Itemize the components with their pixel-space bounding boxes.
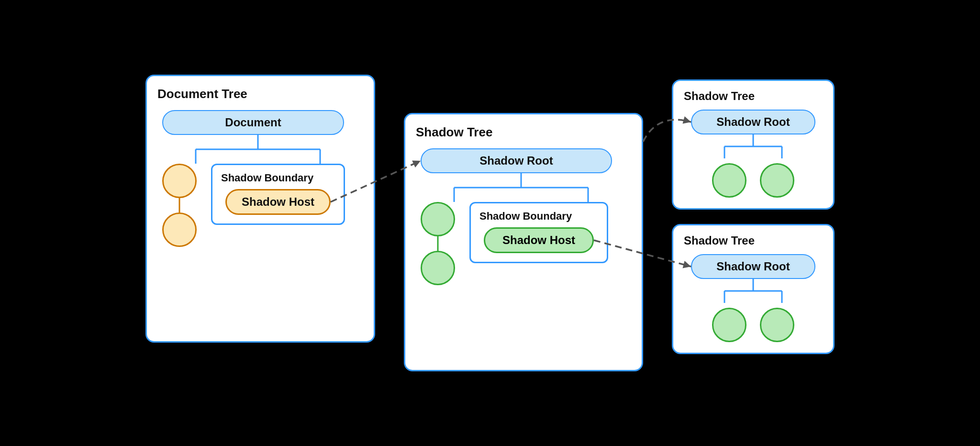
bottom-right-shadow-tree-box: Shadow Tree Shadow Root (672, 224, 835, 354)
center-circle-connector (435, 236, 440, 251)
bottom-right-circle-right (760, 308, 794, 342)
top-right-shadow-tree-box: Shadow Tree Shadow Root (672, 79, 835, 210)
center-shadow-boundary-box: Shadow Boundary Shadow Host (469, 202, 608, 263)
doc-shadow-boundary-box: Shadow Boundary Shadow Host (211, 164, 345, 225)
center-shadow-root-node: Shadow Root (421, 148, 612, 173)
orange-circles-group (162, 164, 197, 247)
center-shadow-tree-box: Shadow Tree Shadow Root (404, 113, 643, 371)
document-node: Document (162, 110, 344, 135)
right-shadow-trees-column: Shadow Tree Shadow Root Shadow Tree (672, 79, 835, 354)
bottom-right-shadow-root-node: Shadow Root (691, 254, 815, 279)
bottom-right-circles-row (712, 308, 794, 342)
document-tree-title: Document Tree (157, 87, 363, 101)
top-right-shadow-root-node: Shadow Root (691, 110, 815, 134)
center-shadow-tree-column: Shadow Tree Shadow Root (404, 113, 643, 371)
center-shadow-boundary-title: Shadow Boundary (479, 210, 598, 223)
center-tree-connector-svg (416, 173, 626, 202)
center-shadow-tree-title: Shadow Tree (416, 125, 631, 140)
doc-tree-connector-svg (157, 135, 358, 164)
top-right-shadow-tree-title: Shadow Tree (684, 89, 823, 103)
top-right-connector-svg (705, 134, 801, 158)
bottom-right-connector-svg (705, 279, 801, 303)
doc-shadow-host-node: Shadow Host (225, 189, 331, 215)
orange-circle-bottom (162, 212, 197, 247)
top-right-circle-left (712, 163, 746, 198)
top-right-tree-content: Shadow Root (684, 110, 823, 198)
top-right-circles-row (712, 163, 794, 198)
orange-circle-connector (177, 198, 182, 212)
orange-circle-top (162, 164, 197, 198)
center-green-circles-group (421, 202, 455, 285)
document-tree-box: Document Tree Document (145, 75, 375, 343)
center-green-circle-top (421, 202, 455, 236)
bottom-right-tree-content: Shadow Root (684, 254, 823, 342)
center-green-circle-bottom (421, 251, 455, 285)
bottom-right-shadow-tree-title: Shadow Tree (684, 234, 823, 247)
doc-shadow-boundary-title: Shadow Boundary (221, 172, 335, 184)
bottom-right-circle-left (712, 308, 746, 342)
top-right-circle-right (760, 163, 794, 198)
document-tree-column: Document Tree Document (145, 75, 375, 343)
center-shadow-host-node: Shadow Host (484, 227, 594, 253)
